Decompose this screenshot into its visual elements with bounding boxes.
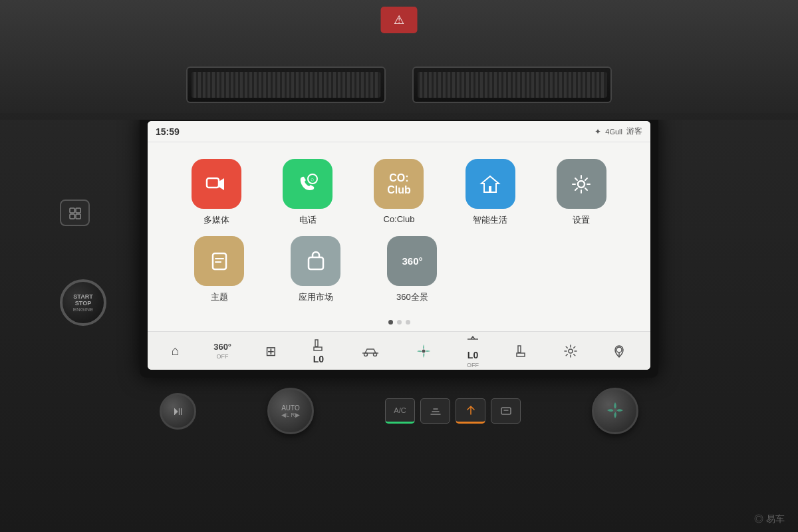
status-time: 15:59 (156, 126, 180, 137)
svg-rect-5 (309, 257, 323, 269)
app-phone[interactable]: ○ 电话 (265, 159, 350, 226)
nav-seat-left[interactable]: L0 (311, 338, 326, 364)
ac-panel: A/C (385, 398, 521, 424)
svg-point-8 (422, 349, 425, 352)
app-market-label: 应用市场 (299, 291, 333, 303)
side-controls (60, 200, 90, 226)
settings-label: 设置 (573, 214, 590, 226)
app-coclub[interactable]: CO:Club Co:Club (356, 159, 441, 226)
nav-settings[interactable] (563, 344, 578, 358)
user-label: 游客 (626, 126, 642, 137)
bluetooth-icon: ✦ (595, 127, 601, 136)
gear-nav-icon (563, 344, 578, 358)
svg-point-12 (613, 408, 617, 412)
svg-rect-11 (501, 408, 511, 414)
svg-point-3 (578, 181, 585, 188)
nav-car[interactable] (360, 345, 381, 357)
svg-point-6 (364, 352, 368, 356)
coclub-icon: CO:Club (374, 159, 424, 209)
nav-grid[interactable]: ⊞ (265, 343, 277, 359)
bottom-nav: ⌂ 360° OFF ⊞ L0 (148, 331, 650, 370)
theme-icon (194, 236, 244, 286)
smart-life-label: 智能生活 (473, 214, 507, 226)
app-grid-row1: 多媒体 ○ 电话 CO:Club (148, 142, 650, 236)
svg-rect-14 (76, 208, 80, 213)
settings-icon (557, 159, 606, 209)
play-icon: ⏯ (172, 404, 184, 418)
home-icon: ⌂ (172, 343, 180, 358)
right-knob[interactable] (592, 388, 638, 434)
360-icon: 360° (213, 342, 231, 352)
multimedia-icon (192, 159, 241, 209)
app-smart-life[interactable]: 智能生活 (448, 159, 533, 226)
smart-life-icon (466, 159, 515, 209)
svg-text:○: ○ (311, 176, 314, 183)
app-grid-row2: 主题 应用市场 360° 360全景 (148, 236, 650, 317)
theme-label: 主题 (211, 291, 228, 303)
ac-fan-button[interactable] (420, 398, 450, 424)
nav-home[interactable]: ⌂ (172, 343, 180, 358)
panorama-label: 360全景 (396, 291, 428, 303)
nav-360[interactable]: 360° OFF (213, 342, 231, 360)
ac-button[interactable]: A/C (385, 398, 415, 424)
panorama-icon: 360° (387, 236, 437, 286)
svg-rect-13 (70, 208, 74, 213)
app-multimedia[interactable]: 多媒体 (174, 159, 259, 226)
right-vent (412, 66, 612, 103)
status-icons: ✦ 4Gull 游客 (595, 126, 642, 137)
temp-icon (466, 334, 480, 348)
fan-icon (416, 343, 432, 359)
location-icon (612, 344, 626, 358)
grid-icon: ⊞ (265, 343, 277, 359)
phone-label: 电话 (299, 214, 317, 226)
svg-point-10 (616, 347, 622, 352)
app-settings[interactable]: 设置 (539, 159, 624, 226)
phone-icon: ○ (283, 159, 332, 209)
app-market[interactable]: 应用市场 (271, 236, 360, 303)
hazard-button[interactable]: ⚠ (381, 7, 418, 33)
app-panorama[interactable]: 360° 360全景 (367, 236, 457, 303)
ac-heat-button[interactable] (456, 398, 485, 424)
top-vents: ⚠ (0, 0, 798, 120)
page-dot-2[interactable] (397, 320, 402, 325)
page-dots (148, 317, 650, 331)
status-bar: 15:59 ✦ 4Gull 游客 (148, 121, 650, 142)
seat-right-icon (514, 344, 529, 358)
start-stop-button[interactable]: START STOP ENGINE (60, 279, 106, 326)
svg-point-9 (569, 349, 573, 353)
nav-temp[interactable]: L0 OFF (466, 334, 480, 368)
svg-point-7 (374, 352, 377, 356)
car-icon (360, 345, 381, 357)
svg-rect-15 (70, 214, 74, 219)
app-market-icon (291, 236, 340, 286)
bottom-controls: ⏯ AUTO ◀L R▶ A/C (140, 378, 658, 444)
page-dot-3[interactable] (406, 320, 410, 325)
nav-fan[interactable] (416, 343, 432, 359)
play-button[interactable]: ⏯ (160, 393, 196, 430)
signal-indicator: 4Gull (605, 128, 622, 136)
main-screen: 15:59 ✦ 4Gull 游客 多媒体 (148, 121, 650, 370)
side-btn-1[interactable] (60, 200, 90, 226)
left-vent (186, 66, 386, 103)
svg-rect-16 (76, 214, 80, 219)
auto-knob[interactable]: AUTO ◀L R▶ (267, 388, 314, 434)
ac-defrost-button[interactable] (491, 398, 521, 424)
nav-location[interactable] (612, 344, 626, 358)
svg-rect-0 (207, 178, 219, 188)
watermark: ◎ 易车 (754, 513, 785, 525)
coclub-label: Co:Club (384, 214, 415, 224)
screen-bezel: 15:59 ✦ 4Gull 游客 多媒体 (140, 113, 658, 378)
car-dashboard: ⚠ 15:59 ✦ 4Gull 游客 (0, 0, 798, 532)
app-theme[interactable]: 主题 (174, 236, 264, 303)
nav-seat-right[interactable] (514, 344, 529, 358)
seat-left-icon (311, 338, 326, 352)
page-dot-1[interactable] (388, 320, 393, 325)
multimedia-label: 多媒体 (203, 214, 229, 226)
